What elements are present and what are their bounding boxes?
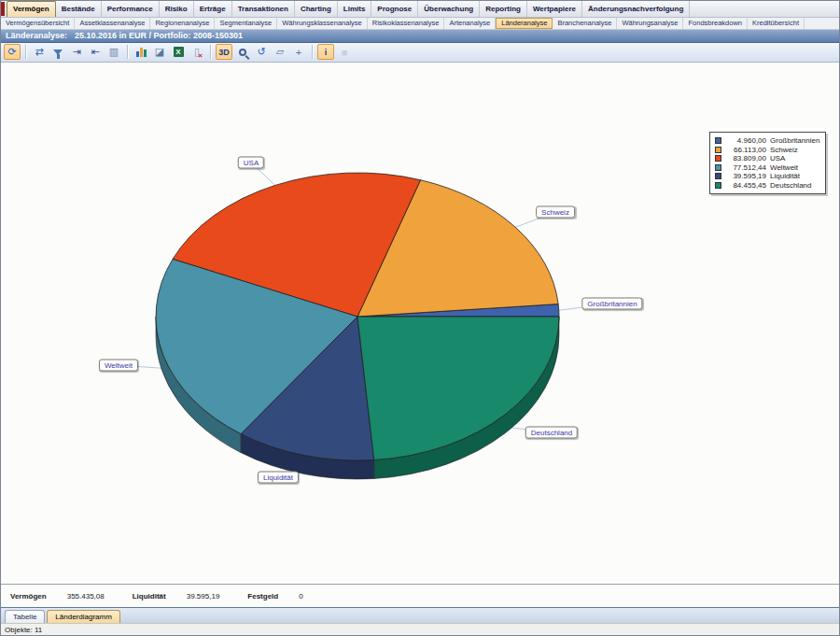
menu-tab--berwachung[interactable]: Überwachung — [418, 1, 480, 17]
submenu-tab-w-hrungsklassenanalyse[interactable]: Währungsklassenanalyse — [277, 18, 367, 29]
slice-label-liquidit-t: Liquidität — [258, 471, 299, 483]
legend-item-liquidit-t: 39.595,19Liquidität — [715, 172, 819, 181]
submenu-tab-fondsbreakdown[interactable]: Fondsbreakdown — [683, 18, 748, 29]
page-context: 25.10.2016 in EUR / Portfolio: 2008-1503… — [75, 31, 243, 40]
legend-label: Liquidität — [770, 172, 800, 180]
slice-label-weltweit: Weltweit — [99, 359, 138, 371]
menu-tab-prognose[interactable]: Prognose — [371, 1, 418, 17]
legend-swatch — [715, 147, 721, 153]
toolbar-separator — [312, 45, 313, 59]
refresh-icon[interactable]: ⇄ — [31, 44, 48, 60]
menu-tab-wertpapiere[interactable]: Wertpapiere — [527, 1, 582, 17]
legend-label: Schweiz — [770, 146, 798, 154]
legend-value: 39.595,19 — [725, 172, 766, 180]
submenu-tab-branchenanalyse[interactable]: Branchenanalyse — [553, 18, 617, 29]
3d-toggle-button[interactable]: 3D — [216, 44, 232, 60]
toolbar-separator — [25, 45, 26, 59]
drill-up-icon[interactable]: ⇤ — [87, 44, 104, 60]
placeholder-icon: ■ — [336, 44, 353, 60]
chart-toolbar: ⟳⇄⇥⇤▥◪X▯×3D↺▱+i■ — [1, 43, 839, 63]
legend-label: Deutschland — [770, 181, 811, 190]
bottom-tab-tabelle[interactable]: Tabelle — [5, 610, 45, 623]
toolbar-separator — [210, 45, 211, 59]
menu-tab-verm-gen[interactable]: Vermögen — [7, 1, 56, 17]
slice-label-gro-britannien: Großbritannien — [581, 297, 642, 309]
legend-value: 66.113,00 — [725, 146, 766, 154]
submenu-tab-w-hrungsanalyse[interactable]: Währungsanalyse — [617, 18, 683, 29]
pie-chart-panel: 4.960,00Großbritannien66.113,00Schweiz83… — [1, 63, 839, 584]
menu-tab-best-nde[interactable]: Bestände — [56, 1, 102, 17]
legend-value: 77.512,44 — [725, 163, 766, 172]
info-button[interactable]: i — [317, 44, 334, 60]
legend-swatch — [715, 164, 721, 171]
menu-tab-limits[interactable]: Limits — [338, 1, 372, 17]
app-window: VermögenBeständePerformanceRisikoErträge… — [0, 0, 840, 636]
menu-accent-bar — [1, 2, 5, 16]
reset-layout-icon[interactable]: ⟳ — [4, 44, 21, 60]
legend-swatch — [715, 137, 721, 144]
legend-swatch — [715, 182, 721, 189]
submenu-tab-kredit-bersicht[interactable]: Kreditübersicht — [748, 18, 805, 29]
menu-tab--nderungsnachverfolgung[interactable]: Änderungsnachverfolgung — [582, 1, 690, 17]
summary-value-liquidit-t: 39.595,19 — [187, 592, 220, 601]
submenu-tab-assetklassenanalyse[interactable]: Assetklassenanalyse — [75, 18, 150, 29]
zoom-icon[interactable] — [234, 44, 251, 60]
rotate-icon[interactable]: ↺ — [253, 44, 270, 60]
summary-label-festgeld: Festgeld — [247, 592, 278, 601]
excel-export-icon[interactable]: X — [170, 44, 187, 60]
copy-delete-icon[interactable]: ▯× — [189, 44, 205, 60]
summary-value-verm-gen: 355.435,08 — [67, 592, 105, 601]
legend-value: 4.960,00 — [725, 136, 766, 145]
summary-label-liquidit-t: Liquidität — [133, 592, 166, 601]
legend-item-schweiz: 66.113,00Schweiz — [715, 145, 819, 154]
slice-label-usa: USA — [238, 156, 264, 168]
menu-tab-charting[interactable]: Charting — [295, 1, 338, 17]
slice-label-deutschland: Deutschland — [525, 426, 578, 438]
summary-bar: Vermögen355.435,08Liquidität39.595,19Fes… — [1, 584, 839, 607]
legend-value: 83.809,00 — [725, 154, 766, 163]
filter-icon[interactable] — [49, 44, 66, 60]
submenu-tab-risikoklassenanalyse[interactable]: Risikoklassenanalyse — [368, 18, 445, 29]
submenu-tab-artenanalyse[interactable]: Artenanalyse — [444, 18, 496, 29]
submenu-tab-l-nderanalyse[interactable]: Länderanalyse — [496, 18, 553, 29]
menu-tab-transaktionen[interactable]: Transaktionen — [232, 1, 295, 17]
status-bar: Objekte: 11 — [1, 623, 839, 635]
legend-item-gro-britannien: 4.960,00Großbritannien — [715, 136, 819, 146]
drill-down-icon[interactable]: ⇥ — [68, 44, 85, 60]
summary-value-festgeld: 0 — [299, 592, 302, 601]
menu-tab-risiko[interactable]: Risiko — [160, 1, 194, 17]
slice-label-schweiz: Schweiz — [536, 205, 575, 218]
legend-swatch — [715, 155, 721, 162]
chart-scale-icon[interactable]: ▥ — [105, 44, 122, 60]
view-title-bar: Länderanalyse: 25.10.2016 in EUR / Portf… — [1, 30, 839, 43]
page-title: Länderanalyse: — [6, 31, 67, 40]
bottom-tab-l-nderdiagramm[interactable]: Länderdiagramm — [47, 610, 119, 623]
toolbar-separator — [127, 45, 128, 59]
object-count: Objekte: 11 — [5, 626, 42, 634]
chart-image-icon[interactable]: ◪ — [151, 44, 168, 60]
crosshair-icon[interactable]: + — [290, 44, 307, 60]
legend-item-weltweit: 77.512,44Weltweit — [715, 163, 819, 172]
legend-swatch — [715, 173, 721, 179]
summary-label-verm-gen: Vermögen — [10, 592, 47, 601]
bar-chart-icon[interactable] — [133, 44, 149, 60]
legend-item-usa: 83.809,00USA — [715, 154, 819, 163]
view-tabstrip: TabelleLänderdiagramm — [1, 607, 839, 623]
legend-value: 84.455,45 — [725, 181, 766, 190]
legend-item-deutschland: 84.455,45Deutschland — [715, 180, 819, 190]
menu-tab-ertr-ge[interactable]: Erträge — [194, 1, 232, 17]
submenu-tab-regionenanalyse[interactable]: Regionenanalyse — [150, 18, 215, 29]
legend-label: Weltweit — [770, 163, 798, 172]
perspective-icon[interactable]: ▱ — [272, 44, 288, 60]
main-menu-bar: VermögenBeständePerformanceRisikoErträge… — [1, 1, 839, 18]
submenu-tab-segmentanalyse[interactable]: Segmentanalyse — [215, 18, 277, 29]
legend-label: Großbritannien — [770, 136, 819, 145]
menu-tab-reporting[interactable]: Reporting — [480, 1, 527, 17]
analysis-submenu-bar: VermögensübersichtAssetklassenanalyseReg… — [1, 18, 839, 30]
legend-label: USA — [770, 154, 785, 163]
chart-legend: 4.960,00Großbritannien66.113,00Schweiz83… — [709, 132, 826, 194]
menu-tab-performance[interactable]: Performance — [102, 1, 160, 17]
submenu-tab-verm-gens-bersicht[interactable]: Vermögensübersicht — [1, 18, 75, 29]
